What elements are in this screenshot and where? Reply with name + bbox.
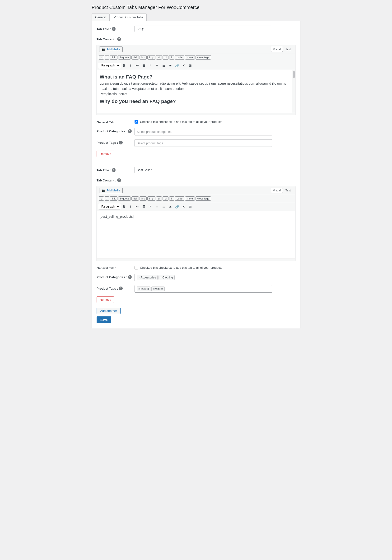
tab2-align-right-btn[interactable]: ≢ [167, 203, 173, 210]
tab1-table-btn[interactable]: ⊞ [187, 62, 193, 69]
tab1-unlink-btn[interactable]: ✖ [181, 62, 187, 69]
tab2-tags-help-icon[interactable]: ? [119, 287, 123, 290]
tab1-bold-btn[interactable]: B [121, 62, 127, 69]
tab2-title-help-icon[interactable]: ? [112, 168, 116, 172]
tab2-italic-btn[interactable]: I [127, 203, 134, 210]
qt-i[interactable]: i [105, 55, 109, 60]
tab2-qt-more[interactable]: more [185, 196, 195, 201]
tab2-bold-btn[interactable]: B [121, 203, 127, 210]
save-wrap: Save [97, 316, 295, 323]
qt-code[interactable]: code [175, 55, 184, 60]
qt-ul[interactable]: ul [156, 55, 162, 60]
tab2-text-tab[interactable]: Text [283, 188, 293, 193]
tab2-qt-ul[interactable]: ul [156, 196, 162, 201]
tab1-general-tab-row: General Tab : Checked this checkbox to a… [97, 119, 295, 124]
tab1-title-input[interactable] [135, 26, 272, 32]
tab1-remove-button[interactable]: Remove [97, 151, 114, 157]
qt-ins[interactable]: ins [140, 55, 147, 60]
tab2-qt-li[interactable]: li [169, 196, 174, 201]
qt-more[interactable]: more [185, 55, 195, 60]
tab1-number-btn[interactable]: ☰ [141, 62, 147, 69]
tab1-categories-input[interactable]: Select product categories [135, 128, 272, 135]
qt-link[interactable]: link [110, 55, 118, 60]
tab1-editor-content[interactable]: What is an FAQ Page? Lorem ipsum dolor, … [97, 70, 292, 113]
tab2-blockquote-btn[interactable]: ❝ [147, 203, 153, 210]
tab1-tags-help-icon[interactable]: ? [119, 141, 123, 144]
tab2-bullet-btn[interactable]: •≡ [134, 203, 140, 210]
tab2-qt-del[interactable]: del [131, 196, 139, 201]
qt-b[interactable]: b [99, 55, 104, 60]
tab2-qt-link[interactable]: link [110, 196, 118, 201]
tab2-align-center-btn[interactable]: ≣ [161, 203, 167, 210]
tab2-category-clothing-remove[interactable]: × [160, 276, 161, 279]
tab2-link-btn[interactable]: 🔗 [174, 203, 180, 210]
tab1-categories-row: Product Categories : ? Select product ca… [97, 128, 295, 135]
tab1-categories-help-icon[interactable]: ? [128, 129, 132, 133]
tab1-editor-topbar: 📷 Add Media Visual Text [97, 45, 295, 54]
tab2-qt-b-quote[interactable]: b-quote [118, 196, 131, 201]
tab1-format-select[interactable]: Paragraph [99, 63, 120, 68]
tab2-qt-img[interactable]: img [147, 196, 155, 201]
qt-li[interactable]: li [169, 55, 174, 60]
tab1-tags-input[interactable]: Select product tags [135, 139, 272, 147]
tab1-bullet-btn[interactable]: •≡ [134, 62, 140, 69]
tab1-text-tab[interactable]: Text [283, 47, 293, 52]
tab1-general-tab-checkbox[interactable] [135, 120, 138, 124]
tab1-add-media-button[interactable]: 📷 Add Media [99, 47, 123, 52]
tab2-tag-casual-remove[interactable]: × [138, 288, 140, 290]
tab1-align-left-btn[interactable]: ≡ [154, 62, 160, 69]
tab2-qt-i[interactable]: i [105, 196, 109, 201]
tab2-tag-winter-remove[interactable]: × [153, 288, 154, 290]
tab2-qt-close-tags[interactable]: close tags [196, 196, 211, 201]
tab2-title-input[interactable] [135, 167, 272, 173]
tab1-align-center-btn[interactable]: ≣ [161, 62, 167, 69]
tab2-resize-handle[interactable]: ⋮ [97, 259, 295, 261]
tab2-qt-code[interactable]: code [175, 196, 184, 201]
tab2-category-accessories-remove[interactable]: × [138, 276, 140, 279]
qt-ol[interactable]: ol [162, 55, 169, 60]
add-another-button[interactable]: Add another [97, 308, 121, 314]
tab1-visual-tab[interactable]: Visual [271, 47, 283, 52]
tab1-align-right-btn[interactable]: ≢ [167, 62, 173, 69]
tab2-general-tab-checkbox-wrap: Checked this checkbox to add this tab to… [135, 265, 222, 270]
tab2-categories-input[interactable]: × Accessories × Clothing [135, 274, 272, 281]
tab2-qt-ol[interactable]: ol [162, 196, 169, 201]
tab2-add-media-button[interactable]: 📷 Add Media [99, 188, 123, 193]
tab2-visual-tab[interactable]: Visual [271, 188, 283, 193]
tab1-content-h2-1: What is an FAQ Page? [100, 73, 289, 81]
tab1-title-help-icon[interactable]: ? [112, 27, 116, 31]
qt-img[interactable]: img [147, 55, 155, 60]
tab2-align-left-btn[interactable]: ≡ [154, 203, 160, 210]
qt-b-quote[interactable]: b-quote [118, 55, 131, 60]
tab2-editor-content[interactable]: [best_selling_products] [97, 211, 295, 259]
tab2-tags-input[interactable]: × casual × winter [135, 285, 272, 293]
tab2-general-tab-checkbox[interactable] [135, 266, 138, 270]
tab1-link-btn[interactable]: 🔗 [174, 62, 180, 69]
tab1-resize-handle[interactable]: ⋮ [97, 113, 295, 115]
tab1-tags-label: Product Tags : ? [97, 139, 135, 144]
save-button[interactable]: Save [97, 316, 111, 323]
tab2-qt-ins[interactable]: ins [140, 196, 147, 201]
tab2-content-help-icon[interactable]: ? [117, 178, 121, 182]
tab2-tags-input-wrap: × casual × winter [135, 285, 295, 293]
tab1-blockquote-btn[interactable]: ❝ [147, 62, 153, 69]
media-icon: 📷 [102, 48, 105, 51]
tab2-remove-wrap: Remove [97, 297, 295, 303]
tab2-qt-b[interactable]: b [99, 196, 104, 201]
qt-del[interactable]: del [131, 55, 139, 60]
tab2-shortcode: [best_selling_products] [100, 215, 134, 219]
tab2-table-btn[interactable]: ⊞ [187, 203, 193, 210]
tab2-format-select[interactable]: Paragraph [99, 204, 120, 210]
tab-nav-general[interactable]: General [91, 13, 110, 21]
bottom-actions: Add another Save [97, 308, 295, 323]
tab2-categories-help-icon[interactable]: ? [128, 275, 132, 279]
tab1-content-help-icon[interactable]: ? [117, 37, 121, 41]
tab2-remove-button[interactable]: Remove [97, 297, 114, 303]
tab2-unlink-btn[interactable]: ✖ [181, 203, 187, 210]
tab2-number-btn[interactable]: ☰ [141, 203, 147, 210]
tab-nav-product-custom-tabs[interactable]: Product Custom Tabs [110, 13, 147, 21]
tab2-editor: 📷 Add Media Visual Text b i link b-quote… [97, 186, 295, 261]
qt-close-tags[interactable]: close tags [196, 55, 211, 60]
tab1-italic-btn[interactable]: I [127, 62, 134, 69]
tab2-categories-label: Product Categories : ? [97, 274, 135, 279]
